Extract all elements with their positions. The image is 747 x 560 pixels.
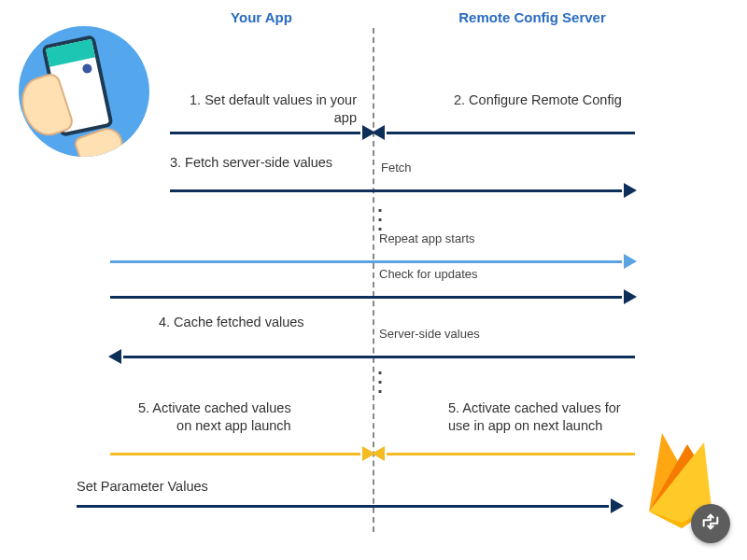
- step-5b-label: 5. Activate cached values for use in app…: [448, 399, 621, 435]
- arrow-step1: [170, 121, 374, 144]
- fab-paths-button[interactable]: [691, 504, 730, 543]
- arrow-fetch: [170, 179, 635, 202]
- arrow-repeat-label: Repeat app starts: [379, 231, 475, 245]
- remote-config-flow-diagram: Your App Remote Config Server 1. Set def…: [0, 0, 747, 560]
- right-column-title: Remote Config Server: [439, 9, 626, 25]
- set-param-label: Set Parameter Values: [77, 478, 208, 496]
- arrow-step2: [374, 121, 635, 144]
- phone-in-hand-icon: [19, 26, 149, 157]
- arrow-server-values-label: Server-side values: [379, 327, 480, 341]
- arrow-step5-right: [374, 442, 635, 465]
- arrow-repeat-app-starts: [110, 250, 635, 273]
- arrow-step5-left: [110, 442, 374, 465]
- arrow-check-label: Check for updates: [379, 267, 478, 281]
- path-arrows-icon: [700, 511, 721, 536]
- ellipsis-icon: ⋮: [367, 203, 396, 234]
- arrow-set-param: [77, 495, 622, 517]
- arrow-check-updates: [110, 286, 635, 308]
- left-column-title: Your App: [168, 9, 355, 25]
- ellipsis-icon-2: ⋮: [367, 366, 396, 397]
- step-5a-label: 5. Activate cached values on next app la…: [138, 399, 291, 435]
- arrow-fetch-label: Fetch: [381, 161, 412, 175]
- step-4-label: 4. Cache fetched values: [159, 314, 304, 331]
- step-3-label: 3. Fetch server-side values: [170, 154, 332, 172]
- arrow-server-values: [110, 345, 635, 368]
- step-2-label: 2. Configure Remote Config: [454, 91, 622, 109]
